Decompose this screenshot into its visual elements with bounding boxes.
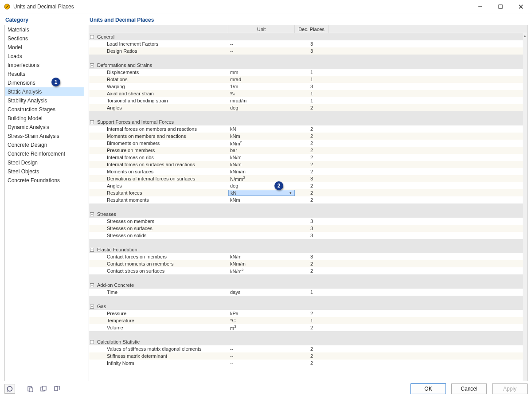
sidebar-item[interactable]: Building Model <box>5 114 84 123</box>
row-dec[interactable]: 1 <box>295 77 329 82</box>
row-dec[interactable]: 1 <box>295 91 329 96</box>
minimize-button[interactable] <box>470 0 490 13</box>
grid-row[interactable]: Contact forces on memberskN/m3 <box>89 253 523 260</box>
row-unit[interactable]: days <box>228 289 295 295</box>
grid-row[interactable]: Warping1/m3 <box>89 83 523 90</box>
row-dec[interactable]: 1 <box>295 70 329 75</box>
row-unit[interactable]: kN <box>228 126 295 132</box>
row-dec[interactable]: 2 <box>295 346 329 352</box>
collapse-icon[interactable]: − <box>90 283 94 287</box>
grid-row[interactable]: PressurekPa2 <box>89 310 523 317</box>
scroll-up-arrow[interactable]: ▲ <box>523 33 527 39</box>
grid-row[interactable]: Internal forces on ribskN/m2 <box>89 154 523 161</box>
row-dec[interactable]: 1 <box>295 289 329 295</box>
row-dec[interactable]: 2 <box>295 105 329 110</box>
grid-row[interactable]: Values of stiffness matrix diagonal elem… <box>89 345 523 352</box>
row-dec[interactable]: 2 <box>295 268 329 274</box>
load-profile-button[interactable] <box>38 384 49 394</box>
row-unit[interactable]: kNm/m <box>228 169 295 174</box>
sidebar-item[interactable]: Concrete Foundations <box>5 176 84 185</box>
sidebar-item[interactable]: Stability Analysis <box>5 96 84 105</box>
row-dec[interactable]: 3 <box>295 176 329 181</box>
row-unit[interactable]: kNm <box>228 197 295 203</box>
cancel-button[interactable]: Cancel <box>451 383 487 394</box>
grid-row[interactable]: Internal forces on surfaces and reaction… <box>89 161 523 168</box>
row-unit[interactable]: kNm2 <box>228 140 295 146</box>
sidebar-item[interactable]: Static Analysis <box>5 87 84 96</box>
row-dec[interactable]: 2 <box>295 261 329 266</box>
grid-row[interactable]: Load Increment Factors--3 <box>89 40 523 47</box>
sidebar-item[interactable]: Stress-Strain Analysis <box>5 132 84 141</box>
grid-row[interactable]: Anglesdeg2 <box>89 104 523 111</box>
sidebar-item[interactable]: Loads <box>5 52 84 61</box>
sidebar-item[interactable]: Imperfections <box>5 61 84 70</box>
row-dec[interactable]: 3 <box>295 48 329 54</box>
sidebar-item[interactable]: Concrete Design <box>5 141 84 149</box>
sidebar-item[interactable]: Steel Design <box>5 158 84 167</box>
row-unit[interactable]: mm <box>228 70 295 75</box>
row-unit[interactable]: -- <box>228 346 295 352</box>
row-dec[interactable]: 2 <box>295 190 329 196</box>
grid-row[interactable]: Torsional and bending strainmrad/m1 <box>89 97 523 104</box>
row-dec[interactable]: 2 <box>295 148 329 153</box>
grid-row[interactable]: Rotationsmrad1 <box>89 76 523 83</box>
grid-row[interactable]: Contact stress on surfaceskN/m22 <box>89 267 523 274</box>
grid-row[interactable]: Bimoments on memberskNm22 <box>89 140 523 147</box>
row-unit[interactable]: -- <box>228 360 295 366</box>
row-unit[interactable]: deg <box>228 105 295 110</box>
row-dec[interactable]: 2 <box>295 162 329 167</box>
row-dec[interactable]: 2 <box>295 311 329 316</box>
sidebar-item[interactable]: Dynamic Analysis <box>5 123 84 132</box>
row-dec[interactable]: 2 <box>295 183 329 188</box>
row-dec[interactable]: 2 <box>295 133 329 139</box>
sidebar-item[interactable]: Model <box>5 43 84 52</box>
maximize-button[interactable] <box>490 0 511 13</box>
row-dec[interactable]: 2 <box>295 353 329 359</box>
grid-row[interactable]: Temperature°C1 <box>89 317 523 324</box>
row-unit[interactable]: bar <box>228 148 295 153</box>
row-unit[interactable]: N/mm2 <box>228 176 295 182</box>
reset-defaults-button[interactable] <box>51 384 62 394</box>
row-unit[interactable]: kPa <box>228 311 295 316</box>
collapse-icon[interactable]: − <box>90 248 94 252</box>
sidebar-item[interactable]: Materials <box>5 25 84 34</box>
row-unit[interactable]: -- <box>228 41 295 47</box>
grid-row[interactable]: Stresses on solids3 <box>89 232 523 239</box>
row-unit[interactable]: -- <box>228 48 295 54</box>
row-dec[interactable]: 2 <box>295 325 329 330</box>
sidebar-item[interactable]: Results <box>5 70 84 78</box>
row-dec[interactable]: 2 <box>295 197 329 203</box>
row-unit[interactable]: ‰ <box>228 91 295 96</box>
ok-button[interactable]: OK <box>411 383 446 394</box>
save-profile-button[interactable] <box>25 384 35 394</box>
row-unit[interactable]: °C <box>228 318 295 323</box>
row-dec[interactable]: 2 <box>295 141 329 146</box>
grid-row[interactable]: Pressure on membersbar2 <box>89 147 523 154</box>
row-dec[interactable]: 1 <box>295 98 329 103</box>
sidebar-item[interactable]: Sections <box>5 34 84 43</box>
collapse-icon[interactable]: − <box>90 35 94 39</box>
grid-row[interactable]: Anglesdeg2 <box>89 182 523 189</box>
help-button[interactable] <box>4 384 15 394</box>
row-unit[interactable]: kNm <box>228 133 295 139</box>
grid-row[interactable]: Timedays1 <box>89 289 523 296</box>
row-dec[interactable]: 3 <box>295 41 329 47</box>
row-unit[interactable]: deg <box>228 183 295 188</box>
row-dec[interactable]: 2 <box>295 126 329 132</box>
row-unit[interactable]: mrad/m <box>228 98 295 103</box>
row-unit[interactable]: kNm/m <box>228 261 295 266</box>
vertical-scrollbar[interactable]: ▲ <box>523 33 527 381</box>
grid-row[interactable]: Displacementsmm1 <box>89 69 523 76</box>
row-unit[interactable]: 1/m <box>228 84 295 89</box>
grid-row[interactable]: Moments on members and reactionskNm2 <box>89 133 523 140</box>
collapse-icon[interactable]: − <box>90 63 94 67</box>
grid-row[interactable]: Volumem32 <box>89 324 523 331</box>
row-dec[interactable]: 2 <box>295 360 329 366</box>
collapse-icon[interactable]: − <box>90 212 94 216</box>
collapse-icon[interactable]: − <box>90 340 94 344</box>
collapse-icon[interactable]: − <box>90 305 94 309</box>
grid-row[interactable]: Infinity Norm--2 <box>89 360 523 367</box>
row-unit[interactable]: mrad <box>228 77 295 82</box>
row-dec[interactable]: 3 <box>295 219 329 224</box>
row-unit[interactable]: kN▾NdaNkNMNlbfkipTonfKgf <box>228 190 295 196</box>
